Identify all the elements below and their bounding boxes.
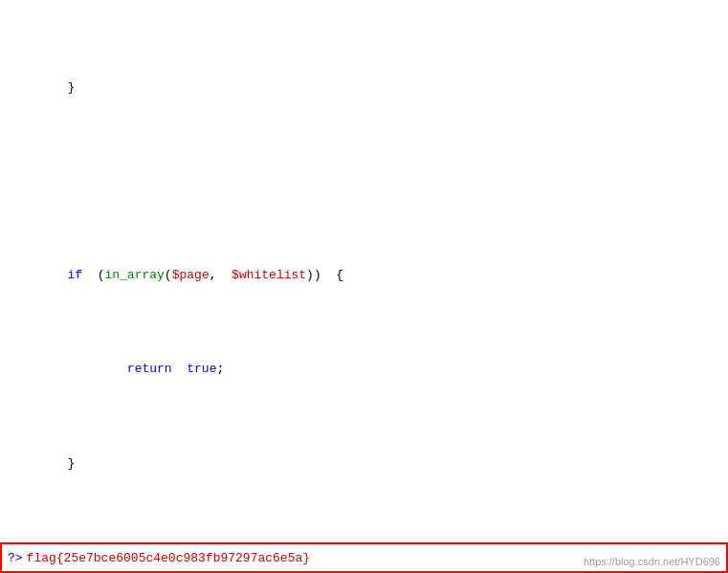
code-line: } bbox=[0, 454, 728, 474]
flag-text: flag{25e7bce6005c4e0c983fb97297ac6e5a} bbox=[27, 551, 310, 565]
code-block: } if (in_array($page, $whitelist)) { ret… bbox=[0, 0, 728, 573]
code-container: } if (in_array($page, $whitelist)) { ret… bbox=[0, 0, 728, 573]
code-line bbox=[0, 172, 728, 191]
code-line: if (in_array($page, $whitelist)) { bbox=[0, 266, 728, 285]
code-line: return true; bbox=[0, 360, 728, 379]
flag-prompt: ?> bbox=[8, 551, 23, 565]
watermark: https://blog.csdn.net/HYD696 bbox=[584, 556, 720, 567]
code-line: } bbox=[0, 78, 728, 98]
